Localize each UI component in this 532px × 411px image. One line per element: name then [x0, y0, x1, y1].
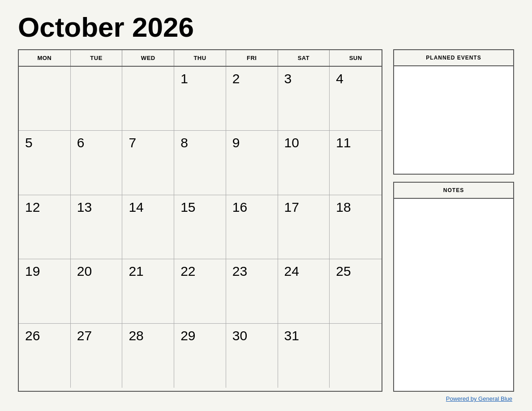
day-cell: 15	[174, 195, 226, 259]
day-cell: 16	[226, 195, 278, 259]
day-header-sun: SUN	[330, 50, 382, 66]
day-header-thu: THU	[174, 50, 226, 66]
day-cell: 31	[278, 324, 330, 388]
day-cell: 22	[174, 259, 226, 323]
day-cell: 18	[330, 195, 382, 259]
day-cell: 19	[19, 259, 71, 323]
day-cell: 23	[226, 259, 278, 323]
notes-content[interactable]	[394, 199, 513, 391]
planned-events-title: PLANNED EVENTS	[394, 50, 513, 66]
day-cell	[71, 67, 123, 131]
day-cell	[122, 67, 174, 131]
notes-title: NOTES	[394, 183, 513, 199]
day-cell: 24	[278, 259, 330, 323]
planned-events-box: PLANNED EVENTS	[393, 49, 514, 175]
sidebar: PLANNED EVENTS NOTES	[393, 49, 514, 392]
day-cell: 26	[19, 324, 71, 388]
day-cell: 3	[278, 67, 330, 131]
calendar: MONTUEWEDTHUFRISATSUN 123456789101112131…	[18, 49, 382, 392]
day-cell: 8	[174, 131, 226, 195]
notes-box: NOTES	[393, 182, 514, 392]
day-header-mon: MON	[19, 50, 71, 66]
powered-by: Powered by General Blue	[18, 395, 514, 402]
powered-by-link[interactable]: Powered by General Blue	[446, 395, 512, 402]
calendar-grid: 1234567891011121314151617181920212223242…	[19, 67, 382, 388]
day-cell: 7	[122, 131, 174, 195]
day-cell: 14	[122, 195, 174, 259]
day-header-sat: SAT	[278, 50, 330, 66]
day-cell: 1	[174, 67, 226, 131]
day-cell: 4	[330, 67, 382, 131]
day-cell: 2	[226, 67, 278, 131]
planned-events-content[interactable]	[394, 66, 513, 174]
day-cell: 21	[122, 259, 174, 323]
day-cell: 6	[71, 131, 123, 195]
page-title: October 2026	[18, 13, 514, 41]
day-cell	[19, 67, 71, 131]
day-cell: 13	[71, 195, 123, 259]
day-cell: 5	[19, 131, 71, 195]
day-cell: 12	[19, 195, 71, 259]
day-cell: 17	[278, 195, 330, 259]
day-cell: 10	[278, 131, 330, 195]
day-cell	[330, 324, 382, 388]
day-cell: 30	[226, 324, 278, 388]
day-cell: 29	[174, 324, 226, 388]
day-header-fri: FRI	[226, 50, 278, 66]
day-cell: 9	[226, 131, 278, 195]
day-header-tue: TUE	[71, 50, 123, 66]
day-header-wed: WED	[122, 50, 174, 66]
day-cell: 11	[330, 131, 382, 195]
day-cell: 25	[330, 259, 382, 323]
day-cell: 27	[71, 324, 123, 388]
main-content: MONTUEWEDTHUFRISATSUN 123456789101112131…	[18, 49, 514, 392]
day-cell: 28	[122, 324, 174, 388]
day-cell: 20	[71, 259, 123, 323]
calendar-header: MONTUEWEDTHUFRISATSUN	[19, 50, 382, 67]
